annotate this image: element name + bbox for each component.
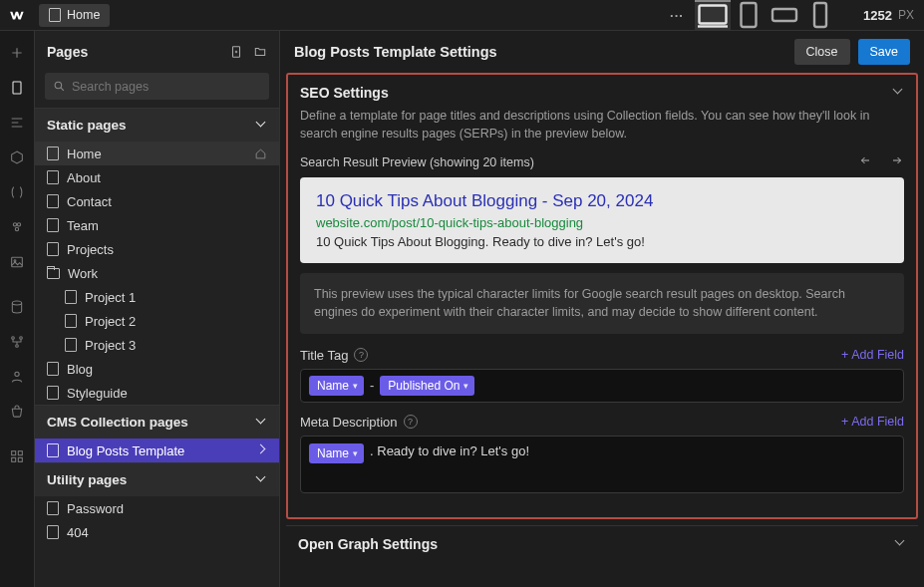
- page-icon: [65, 290, 77, 304]
- viewport-mobile[interactable]: [802, 0, 838, 31]
- close-button[interactable]: Close: [794, 39, 850, 65]
- open-graph-section[interactable]: Open Graph Settings: [286, 525, 918, 562]
- svg-rect-2: [772, 9, 796, 21]
- svg-point-6: [17, 222, 20, 225]
- section-static-pages[interactable]: Static pages: [35, 108, 279, 142]
- help-icon[interactable]: ?: [404, 415, 418, 429]
- seo-settings-section: SEO Settings Define a template for page …: [286, 73, 918, 519]
- page-icon: [47, 525, 59, 539]
- page-item-contact[interactable]: Contact: [35, 189, 279, 213]
- rail-pages[interactable]: [0, 70, 35, 105]
- page-item-home[interactable]: Home: [35, 142, 279, 165]
- help-icon[interactable]: ?: [354, 348, 368, 362]
- more-menu[interactable]: ···: [659, 0, 695, 31]
- title-tag-input[interactable]: Name▾ - Published On▾: [300, 369, 904, 403]
- home-icon: [254, 147, 267, 160]
- app-logo[interactable]: [0, 0, 35, 31]
- viewport-width[interactable]: 1252: [838, 8, 898, 23]
- chip-name[interactable]: Name▾: [309, 376, 364, 396]
- rail-styles[interactable]: [0, 209, 35, 244]
- page-item-password[interactable]: Password: [35, 496, 279, 520]
- page-item-project-3[interactable]: Project 3: [35, 333, 279, 357]
- chevron-down-icon: [896, 539, 906, 549]
- og-title: Open Graph Settings: [298, 536, 438, 552]
- page-item-team[interactable]: Team: [35, 213, 279, 237]
- chevron-down-icon: [257, 121, 267, 131]
- viewport-tablet[interactable]: [731, 0, 767, 31]
- viewport-unit: PX: [898, 8, 924, 22]
- chevron-down-icon[interactable]: [894, 88, 904, 98]
- svg-point-5: [13, 222, 16, 225]
- new-folder-icon[interactable]: [253, 45, 267, 59]
- serp-snippet: 10 Quick Tips About Blogging. Ready to d…: [316, 234, 888, 249]
- meta-description-input[interactable]: Name▾ . Ready to dive in? Let's go!: [300, 436, 904, 493]
- page-item-project-1[interactable]: Project 1: [35, 285, 279, 309]
- rail-cms[interactable]: [0, 289, 35, 324]
- chevron-down-icon: ▾: [463, 381, 468, 391]
- svg-rect-4: [13, 82, 21, 94]
- chevron-down-icon: ▾: [353, 381, 358, 391]
- page-item-404[interactable]: 404: [35, 520, 279, 544]
- search-pages[interactable]: [45, 73, 269, 100]
- page-icon: [47, 218, 59, 232]
- page-icon: [47, 242, 59, 256]
- ellipsis-icon: ···: [670, 8, 684, 23]
- new-page-icon[interactable]: [229, 45, 243, 59]
- page-icon: [65, 338, 77, 352]
- page-icon: [47, 386, 59, 400]
- page-item-projects[interactable]: Projects: [35, 237, 279, 261]
- page-item-project-2[interactable]: Project 2: [35, 309, 279, 333]
- search-input[interactable]: [72, 80, 261, 94]
- page-icon: [65, 314, 77, 328]
- settings-content: Blog Posts Template Settings Close Save …: [280, 31, 924, 587]
- page-icon: [47, 443, 59, 457]
- page-icon: [47, 170, 59, 184]
- viewport-desktop[interactable]: [695, 0, 731, 31]
- chevron-right-icon: [257, 445, 267, 455]
- preview-next[interactable]: [890, 154, 904, 169]
- rail-components[interactable]: [0, 140, 35, 174]
- svg-point-11: [12, 336, 15, 339]
- desktop-icon: [695, 0, 731, 34]
- viewport-landscape-mobile[interactable]: [767, 0, 802, 31]
- rail-users[interactable]: [0, 359, 35, 394]
- meta-plain-text: . Ready to dive in? Let's go!: [370, 443, 529, 458]
- save-button[interactable]: Save: [858, 39, 911, 65]
- folder-item-work[interactable]: Work: [35, 261, 279, 285]
- svg-rect-8: [12, 257, 23, 266]
- page-icon: [47, 501, 59, 515]
- svg-point-12: [20, 336, 23, 339]
- rail-apps[interactable]: [0, 439, 35, 473]
- rail-ecommerce[interactable]: [0, 394, 35, 429]
- add-field-title[interactable]: + Add Field: [841, 348, 904, 362]
- add-field-meta[interactable]: + Add Field: [841, 415, 904, 429]
- preview-prev[interactable]: [858, 154, 872, 169]
- seo-title: SEO Settings: [300, 85, 389, 101]
- chip-published-on[interactable]: Published On▾: [380, 376, 474, 396]
- section-utility-pages[interactable]: Utility pages: [35, 462, 279, 496]
- rail-assets[interactable]: [0, 244, 35, 279]
- page-item-blog-posts-template[interactable]: Blog Posts Template: [35, 439, 279, 462]
- rail-logic[interactable]: [0, 324, 35, 359]
- section-cms-pages[interactable]: CMS Collection pages: [35, 405, 279, 439]
- page-icon: [49, 8, 61, 22]
- rail-variables[interactable]: [0, 174, 35, 209]
- svg-point-20: [55, 82, 62, 89]
- page-item-styleguide[interactable]: Styleguide: [35, 381, 279, 405]
- svg-point-7: [15, 227, 18, 230]
- rail-navigator[interactable]: [0, 105, 35, 140]
- page-icon: [47, 147, 59, 160]
- chip-name-meta[interactable]: Name▾: [309, 443, 364, 463]
- serp-url: website.com/post/10-quick-tips-about-blo…: [316, 215, 888, 230]
- arrow-right-icon: [890, 154, 904, 166]
- settings-header: Blog Posts Template Settings: [294, 44, 497, 60]
- page-item-about[interactable]: About: [35, 165, 279, 189]
- left-rail: [0, 31, 35, 587]
- rail-add[interactable]: [0, 35, 35, 70]
- mobile-icon: [802, 0, 838, 33]
- meta-description-label: Meta Description: [300, 415, 398, 430]
- breadcrumb[interactable]: Home: [39, 4, 110, 27]
- svg-rect-1: [741, 3, 756, 27]
- seo-description: Define a template for page titles and de…: [300, 107, 904, 143]
- page-item-blog[interactable]: Blog: [35, 357, 279, 381]
